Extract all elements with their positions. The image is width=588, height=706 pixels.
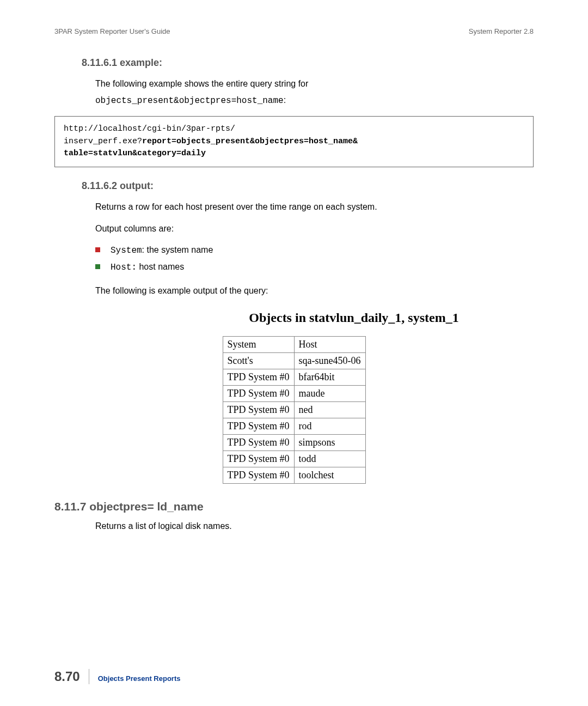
square-bullet-icon [95,264,100,269]
cell-system: TPD System #0 [223,451,294,467]
bullet-item-system: System: the system name [95,242,534,259]
table-row: TPD System #0ned [223,402,365,418]
intro-text: The following example shows the entire q… [54,77,534,90]
cell-host: maude [294,386,365,402]
code-line-1: http://localhost/cgi-bin/3par-rpts/ [64,123,524,136]
footer-title: Objects Present Reports [98,674,181,683]
output-para-3: The following is example output of the q… [54,284,534,297]
colon: : [284,95,286,105]
cell-system: Scott's [223,353,294,369]
header-left: 3PAR System Reporter User's Guide [54,27,170,35]
table-row: TPD System #0todd [223,451,365,467]
cell-host: simpsons [294,435,365,451]
code-block: http://localhost/cgi-bin/3par-rpts/ inse… [54,116,534,167]
table-row: TPD System #0maude [223,386,365,402]
cell-host: bfar64bit [294,369,365,386]
intro-code-line: objects_present&objectpres=host_name: [54,94,534,107]
intro-span: The following example shows the entire q… [95,79,308,88]
ldname-para: Returns a list of logical disk names. [54,520,534,533]
table-header-system: System [223,337,294,353]
bullet-list: System: the system name Host: host names [54,242,534,276]
table-header-row: System Host [223,337,365,353]
output-para-2: Output columns are: [54,222,534,235]
cell-system: TPD System #0 [223,386,294,402]
bullet-code: Host: [111,263,137,272]
code-line-2b: report=objects_present&objectpres=host_n… [142,137,358,146]
bullet-text: : the system name [142,245,213,254]
table-row: TPD System #0simpsons [223,435,365,451]
page-number: 8.70 [54,669,89,684]
document-page: 3PAR System Reporter User's Guide System… [0,0,588,706]
code-line-2: inserv_perf.exe?report=objects_present&o… [64,136,524,148]
square-bullet-icon [95,247,100,252]
cell-system: TPD System #0 [223,467,294,484]
cell-system: TPD System #0 [223,435,294,451]
cell-system: TPD System #0 [223,418,294,435]
cell-host: toolchest [294,467,365,484]
code-line-2a: inserv_perf.exe? [64,137,142,146]
table-row: Scott'ssqa-sune450-06 [223,353,365,369]
code-line-3: table=statvlun&category=daily [64,148,524,160]
intro-code: objects_present&objectpres=host_name [95,96,284,106]
header-right: System Reporter 2.8 [469,27,534,35]
table-row: TPD System #0toolchest [223,467,365,484]
cell-system: TPD System #0 [223,369,294,386]
page-footer: 8.70 Objects Present Reports [54,669,534,684]
output-table: System Host Scott'ssqa-sune450-06 TPD Sy… [223,336,366,484]
bullet-text: host names [137,262,184,271]
cell-system: TPD System #0 [223,402,294,418]
cell-host: todd [294,451,365,467]
cell-host: rod [294,418,365,435]
section-heading-example: 8.11.6.1 example: [54,57,534,69]
section-heading-ldname: 8.11.7 objectpres= ld_name [54,500,534,513]
section-heading-output: 8.11.6.2 output: [54,180,534,192]
table-row: TPD System #0rod [223,418,365,435]
page-header: 3PAR System Reporter User's Guide System… [54,27,534,35]
table-header-host: Host [294,337,365,353]
table-row: TPD System #0bfar64bit [223,369,365,386]
cell-host: ned [294,402,365,418]
bullet-item-host: Host: host names [95,259,534,276]
bullet-code: System [111,246,142,255]
table-title: Objects in statvlun_daily_1, system_1 [174,311,534,325]
output-para-1: Returns a row for each host present over… [54,200,534,214]
cell-host: sqa-sune450-06 [294,353,365,369]
